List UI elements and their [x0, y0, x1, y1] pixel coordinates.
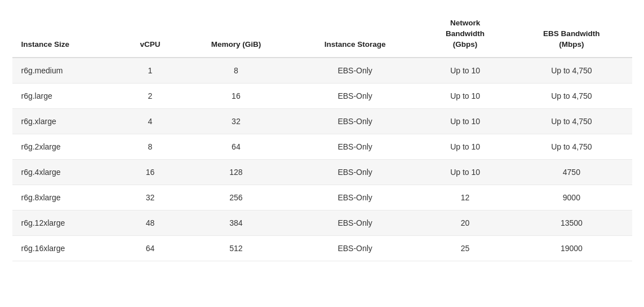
- cell-instance-storage: EBS-Only: [291, 235, 419, 261]
- table-header-row: Instance Size vCPU Memory (GiB) Instance…: [12, 11, 632, 58]
- cell-instance-size: r6g.large: [12, 83, 119, 108]
- instance-table: Instance Size vCPU Memory (GiB) Instance…: [12, 11, 632, 261]
- cell-memory: 128: [181, 159, 291, 185]
- cell-vcpu: 2: [119, 83, 181, 108]
- col-header-instance-storage: Instance Storage: [291, 11, 419, 58]
- col-header-vcpu: vCPU: [119, 11, 181, 58]
- table-row: r6g.2xlarge864EBS-OnlyUp to 10Up to 4,75…: [12, 134, 632, 159]
- table-row: r6g.16xlarge64512EBS-Only2519000: [12, 235, 632, 261]
- cell-ebs-bandwidth: 19000: [511, 235, 632, 261]
- cell-network-bandwidth: Up to 10: [419, 58, 511, 84]
- cell-ebs-bandwidth: 4750: [511, 159, 632, 185]
- cell-ebs-bandwidth: Up to 4,750: [511, 134, 632, 159]
- cell-vcpu: 32: [119, 185, 181, 210]
- cell-memory: 8: [181, 58, 291, 84]
- col-header-instance-size: Instance Size: [12, 11, 119, 58]
- cell-instance-size: r6g.12xlarge: [12, 210, 119, 235]
- cell-instance-storage: EBS-Only: [291, 210, 419, 235]
- cell-memory: 64: [181, 134, 291, 159]
- table-body: r6g.medium18EBS-OnlyUp to 10Up to 4,750r…: [12, 58, 632, 261]
- cell-instance-size: r6g.16xlarge: [12, 235, 119, 261]
- instance-table-container: Instance Size vCPU Memory (GiB) Instance…: [12, 11, 632, 261]
- table-row: r6g.8xlarge32256EBS-Only129000: [12, 185, 632, 210]
- cell-instance-storage: EBS-Only: [291, 83, 419, 108]
- cell-ebs-bandwidth: Up to 4,750: [511, 58, 632, 84]
- cell-instance-storage: EBS-Only: [291, 159, 419, 185]
- cell-network-bandwidth: Up to 10: [419, 83, 511, 108]
- cell-instance-size: r6g.xlarge: [12, 108, 119, 134]
- cell-vcpu: 4: [119, 108, 181, 134]
- table-row: r6g.large216EBS-OnlyUp to 10Up to 4,750: [12, 83, 632, 108]
- cell-instance-size: r6g.2xlarge: [12, 134, 119, 159]
- cell-ebs-bandwidth: Up to 4,750: [511, 83, 632, 108]
- cell-network-bandwidth: 20: [419, 210, 511, 235]
- table-row: r6g.medium18EBS-OnlyUp to 10Up to 4,750: [12, 58, 632, 84]
- cell-instance-storage: EBS-Only: [291, 134, 419, 159]
- cell-network-bandwidth: Up to 10: [419, 108, 511, 134]
- cell-memory: 16: [181, 83, 291, 108]
- cell-ebs-bandwidth: 9000: [511, 185, 632, 210]
- cell-instance-storage: EBS-Only: [291, 108, 419, 134]
- cell-memory: 384: [181, 210, 291, 235]
- col-header-memory: Memory (GiB): [181, 11, 291, 58]
- cell-network-bandwidth: Up to 10: [419, 134, 511, 159]
- cell-network-bandwidth: 25: [419, 235, 511, 261]
- table-row: r6g.xlarge432EBS-OnlyUp to 10Up to 4,750: [12, 108, 632, 134]
- cell-instance-size: r6g.8xlarge: [12, 185, 119, 210]
- cell-network-bandwidth: Up to 10: [419, 159, 511, 185]
- cell-instance-storage: EBS-Only: [291, 185, 419, 210]
- cell-memory: 256: [181, 185, 291, 210]
- cell-vcpu: 16: [119, 159, 181, 185]
- cell-network-bandwidth: 12: [419, 185, 511, 210]
- col-header-network-bandwidth: NetworkBandwidth(Gbps): [419, 11, 511, 58]
- cell-instance-size: r6g.medium: [12, 58, 119, 84]
- cell-instance-size: r6g.4xlarge: [12, 159, 119, 185]
- cell-vcpu: 1: [119, 58, 181, 84]
- cell-ebs-bandwidth: Up to 4,750: [511, 108, 632, 134]
- table-row: r6g.12xlarge48384EBS-Only2013500: [12, 210, 632, 235]
- cell-memory: 512: [181, 235, 291, 261]
- cell-ebs-bandwidth: 13500: [511, 210, 632, 235]
- cell-vcpu: 64: [119, 235, 181, 261]
- cell-vcpu: 8: [119, 134, 181, 159]
- table-row: r6g.4xlarge16128EBS-OnlyUp to 104750: [12, 159, 632, 185]
- col-header-ebs-bandwidth: EBS Bandwidth(Mbps): [511, 11, 632, 58]
- cell-vcpu: 48: [119, 210, 181, 235]
- cell-memory: 32: [181, 108, 291, 134]
- cell-instance-storage: EBS-Only: [291, 58, 419, 84]
